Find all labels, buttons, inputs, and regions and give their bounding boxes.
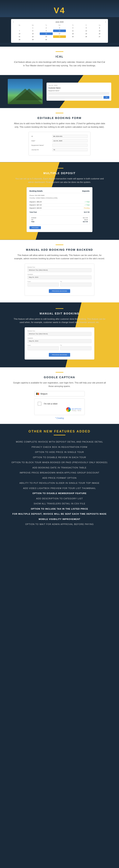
ical-description: iCal feature allows you to view bookings… [13,60,106,67]
cal-month: June 2020 [55,21,64,23]
manual-add-title: MANUAL ADD BOOKING FROM BACKEND [8,248,111,251]
editable-booking-section: EDITABLE BOOKING FORM Allow you to add m… [0,108,119,162]
mb-date-row: Available May 04, 2019 [28,274,91,279]
deposit-total: Total Paid $117.50 [30,211,89,214]
editable-form-description: Allow you to add more fields in booking … [13,122,106,129]
calendar-header: ‹ June 2020 › [13,21,106,23]
ical-divider [55,51,64,52]
deposit-proceed-btn[interactable]: PROCEED [30,226,41,229]
editable-form-divider [55,113,64,113]
manual-edit-form-mock: Booked Tour Minimum Tour (Best-Worst) Av… [25,327,94,360]
recaptcha-brand-label: reCAPTCHA [72,408,81,410]
other-features-section: OTHER NEW FEATURES ADDED MORE COMPLETE I… [0,424,119,535]
multiple-deposit-section: MULTIPLE DEPOSIT You can set up to 5 dep… [0,162,119,240]
location-input: 🇧🇪 Belgium [34,391,85,397]
captcha-description: Google captcha is available for user reg… [13,381,106,388]
feature-item-2: PRIVACY CHECK BOX IN REGISTRATION FORM [4,444,115,450]
ical-form-mock: Jun 04, 2020 Customer Name: Equipment Na… [46,83,111,101]
deposit-row-1: Deposit 1: $50.25 ✓ Paid [30,200,89,204]
calendar-mock: ‹ June 2020 › Su Mo Tu We Th Fr Sa 1 2 3… [11,19,108,43]
manual-add-form-mock: Booked Tour Minimum Tour (Best-Worst) Av… [25,264,94,296]
manual-add-divider [55,245,64,245]
feature-item-4: OPTION TO DISABLE REVIEW IN EACH TOUR [4,455,115,460]
creating-label: * Creating [8,417,111,419]
ef-row-id: ID BK-2024-001 [31,135,88,138]
manual-add-btn[interactable]: PROCESS BOOKING [49,289,70,293]
feature-item-15: FOR MULTIPLE DEPOSIT, INVOICE WILL BE SE… [4,512,115,517]
editable-form-mock: ID BK-2024-001 Date* Jun 04, 2025 Equipm… [29,132,90,155]
recaptcha-widget[interactable]: I'm not a robot reCAPTCHA Privacy - Term… [34,398,85,415]
mb-from-to-row: From To [28,281,91,286]
feature-item-10: ADD VIDEO LIGHTBOX PREVIEW FOR TOUR LIST… [4,486,115,491]
feature-item-16: MOBILE VISIBIlity IMPROVEMENT [4,517,115,522]
manual-add-section: MANUAL ADD BOOKING FROM BACKEND This fea… [0,240,119,303]
editable-form-title: EDITABLE BOOKING FORM [8,117,111,120]
deposit-title: MULTIPLE DEPOSIT [8,172,111,175]
manual-edit-description: This feature will allow admin to edit bo… [13,317,106,324]
feature-item-13: SHOW ALL TRAVELERS DETAIL IN CSV FILE [4,501,115,506]
deposit-divider [55,168,64,168]
feature-item-17: OPTION TO WAIT FOR ADMIN APPROVAL BEFORE… [4,522,115,527]
deposit-country: Country: United States of America (USA) [30,197,89,199]
me-tour-row: Booked Tour Minimum Tour (Best-Worst) [28,330,91,336]
feature-item-3: OPTION TO HIDE PRICE IN SINGLE TOUR [4,450,115,455]
deposit-description: You can set up to 5 deposits. Each depos… [13,177,106,184]
manual-edit-btn[interactable]: PROCESS BOOKING [49,353,70,356]
deposit-row-3: Deposit 3: $20.00 Pending [30,207,89,210]
me-date-row: Available May 04, 2019 [28,337,91,343]
receipt-tax-row: Tax $0.00 [31,219,88,220]
manual-edit-title: MANUAL EDIT BOOKING [8,312,111,315]
captcha-inner: I'm not a robot [38,402,81,406]
feature-item-1: MORE COMPLETE INVOICE WITH DEPOSIT DETAI… [4,439,115,444]
cal-next[interactable]: › [106,21,106,23]
receipt-subtotal-row: Subtotal $117.50 [31,217,88,218]
ef-row-date: Date* Jun 04, 2025 [31,139,88,142]
feature-item-7: IMPROVE PRICE BREAKDOWN WHEN APPLYING GR… [4,470,115,475]
feature-item-5: OPTION TO BLOCK TOUR WHEN BOOKED OR PAID… [4,460,115,465]
hero-section: V4 ‹ June 2020 › Su Mo Tu We Th Fr Sa 1 … [0,0,119,46]
manual-add-description: This feature will allow admin to add boo… [13,254,106,260]
recaptcha-icon [66,407,71,412]
captcha-label: I'm not a robot [44,403,57,405]
receipt-total-row: Total $117.50 [31,221,88,222]
feature-item-14: OPTION TO INCLUDE TAX IN THE LISTED PRIC… [4,506,115,512]
cal-prev[interactable]: ‹ [13,21,13,23]
captcha-checkbox[interactable] [38,402,41,406]
location-text: Belgium [40,393,47,395]
ical-section: ICAL iCal feature allows you to view boo… [0,46,119,75]
feature-item-6: ADD BOOKING DATE IN TRANSACTION TABLE [4,465,115,470]
calendar-day-labels: Su Mo Tu We Th Fr Sa 1 2 3 4 5 6 7 8 9 1… [13,24,106,41]
feature-item-9: ABILITY TO PUT REVOLUTION SLIDER IN SING… [4,480,115,486]
manual-edit-divider [55,308,64,309]
belgium-flag: 🇧🇪 [36,392,39,395]
version-title: V4 [54,6,65,15]
deposit-phone: Phone: 634-565-5685 [30,194,89,196]
mb-tour-row: Booked Tour Minimum Tour (Best-Worst) [28,267,91,272]
other-features-list: MORE COMPLETE INVOICE WITH DEPOSIT DETAI… [4,439,115,527]
other-features-title: OTHER NEW FEATURES ADDED [4,430,115,433]
feature-item-8: ADD PRICE FORMAT OPTION [4,475,115,480]
captcha-footer: Privacy - Terms [72,410,81,411]
ef-row-equipment: Equipment Name* [31,144,88,147]
deposit-receipt: Subtotal $117.50 Tax $0.00 Total $117.50 [30,215,89,225]
ef-row-journal: Journal #0 70 [31,148,88,151]
captcha-divider [55,372,64,373]
feature-item-12: ADD DESCRIPTION TO CATEGORY LIST [4,496,115,501]
mountain-ical-block: Jun 04, 2020 Customer Name: Equipment Na… [0,75,119,108]
captcha-section: GOOGLE CAPTCHA Google captcha is availab… [0,367,119,424]
calendar-section: ‹ June 2020 › Su Mo Tu We Th Fr Sa 1 2 3… [0,17,119,43]
captcha-title: GOOGLE CAPTCHA [8,376,111,379]
deposit-mock: Booking Details Deposits Phone: 634-565-… [27,187,92,232]
me-from-to-row: From To [28,345,91,350]
ical-title: ICAL [8,55,111,58]
feature-item-11: OPTION TO DISABLE MEMBERSHIP FEATURE [4,491,115,496]
manual-edit-section: MANUAL EDIT BOOKING This feature will al… [0,303,119,367]
other-features-divider [54,435,65,435]
captcha-brand: reCAPTCHA Privacy - Terms [38,407,81,412]
deposit-row-2: Deposit 2: $47.25 ✓ Paid [30,204,89,207]
deposit-header: Booking Details Deposits [30,190,89,193]
